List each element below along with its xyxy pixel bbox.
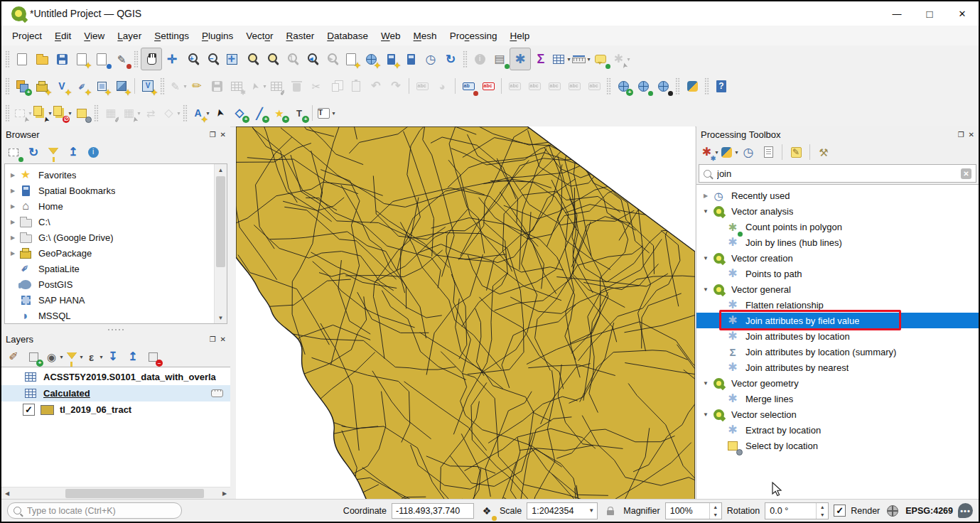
show-spatial-bookmarks-button[interactable] — [401, 48, 421, 70]
manage-map-themes-button[interactable]: ◉▾ — [44, 348, 63, 365]
browser-item-postgis[interactable]: PostGIS — [5, 276, 215, 292]
refresh-map-button[interactable]: ↻ — [441, 48, 461, 70]
add-postgis-layer-button[interactable]: ✦ — [92, 75, 112, 97]
style-manager-button[interactable]: ✎ — [112, 48, 131, 70]
options-button[interactable]: ⚒ — [814, 144, 833, 161]
processing-item-join-attributes-by-location-summary[interactable]: ΣJoin attributes by location (summary) — [696, 344, 979, 360]
map-select-tool-button[interactable]: ▦➤▾ — [121, 102, 141, 124]
menu-raster[interactable]: Raster — [280, 28, 321, 44]
zoom-out-button[interactable]: − — [202, 48, 222, 70]
toolbar-handle[interactable] — [160, 77, 165, 95]
data-source-manager-button[interactable]: + — [12, 75, 32, 97]
scrollbar-thumb[interactable] — [65, 489, 204, 498]
menu-database[interactable]: Database — [321, 28, 375, 44]
identify-features-button[interactable]: i — [470, 48, 490, 70]
osm-search-button[interactable] — [653, 75, 673, 97]
close-button[interactable]: ✕ — [946, 1, 979, 26]
expander-expanded-icon[interactable]: ▼ — [701, 380, 711, 387]
zoom-to-layer-button[interactable] — [262, 48, 281, 70]
scroll-down-icon[interactable]: ▼ — [215, 312, 227, 323]
processing-item-merge-lines[interactable]: ✱Merge lines — [696, 391, 979, 406]
vertex-tool-button[interactable]: ➤▾ — [247, 75, 266, 97]
zoom-full-button[interactable]: ✛ — [222, 48, 242, 70]
toolbar-handle[interactable] — [704, 77, 709, 95]
processing-item-vector-creation[interactable]: ▼Vector creation — [696, 250, 979, 266]
change-label-button[interactable]: abc — [584, 75, 604, 97]
browser-item-wms-wmts[interactable]: WMS/WMTS — [5, 323, 215, 324]
new-print-layout-button[interactable]: ✦ — [72, 48, 92, 70]
diagram-options-button[interactable]: ◕ — [432, 75, 452, 97]
menu-web[interactable]: Web — [375, 28, 407, 44]
processing-item-count-points-in-polygon[interactable]: ✱Count points in polygon — [696, 219, 979, 234]
create-marker-annotation-button[interactable]: ★+ — [269, 102, 289, 124]
toolbar-handle[interactable] — [675, 77, 680, 95]
processing-item-vector-general[interactable]: ▼Vector general — [696, 281, 979, 297]
results-viewer-button[interactable] — [759, 144, 777, 161]
menu-layer[interactable]: Layer — [111, 28, 148, 44]
layer-item-tl-2019-06-tract[interactable]: ✓tl_2019_06_tract — [1, 401, 230, 418]
layers-hscrollbar[interactable]: ◀ ▶ — [1, 487, 230, 500]
magnifier-spinbox[interactable]: 100% ▲▼ — [665, 502, 722, 519]
zoom-native-button[interactable]: 1 — [281, 48, 301, 70]
spin-up-icon[interactable]: ▲ — [817, 503, 828, 511]
modify-attributes-button[interactable]: ✎ — [266, 75, 286, 97]
processing-toolbox-toggle-button[interactable]: ✱ — [510, 48, 531, 70]
crs-globe-icon[interactable] — [885, 503, 900, 519]
processing-item-select-by-location[interactable]: Select by location — [696, 438, 979, 453]
add-selected-layers-button[interactable] — [4, 144, 23, 161]
expander-collapsed-icon[interactable]: ▶ — [8, 234, 18, 241]
toolbar-handle[interactable] — [5, 77, 10, 95]
python-console-button[interactable] — [682, 75, 702, 97]
text-annotation-tool-button[interactable]: T▾ — [316, 102, 335, 124]
layer-item-acsst5y2019-s0101-data-with-overla[interactable]: ACSST5Y2019.S0101_data_with_overla — [1, 369, 230, 385]
models-button[interactable]: ✱✱▾ — [699, 144, 718, 161]
show-statistics-button[interactable]: Σ — [531, 48, 551, 70]
select-features-button[interactable]: ➤▾ — [12, 102, 32, 124]
digitizing-options-button[interactable]: ✱ — [227, 75, 247, 97]
processing-search-input[interactable] — [716, 168, 957, 180]
toolbar-handle[interactable] — [183, 104, 188, 122]
browser-item-c[interactable]: ▶C:\ — [5, 214, 215, 230]
processing-item-flatten-relationship[interactable]: ✱Flatten relationship — [696, 297, 979, 313]
create-line-annotation-button[interactable]: ╱+ — [249, 102, 269, 124]
toolbar-handle[interactable] — [134, 50, 139, 68]
filter-by-expression-button[interactable]: ε▾ — [84, 348, 102, 365]
scale-combo[interactable]: 1:2042354 ▼ — [527, 502, 598, 519]
edit-map-tool-button[interactable]: ▦✎ — [101, 102, 121, 124]
toolbar-handle[interactable] — [463, 50, 468, 68]
spin-down-icon[interactable]: ▼ — [817, 511, 828, 519]
processing-item-vector-analysis[interactable]: ▼Vector analysis — [696, 203, 979, 219]
menu-edit[interactable]: Edit — [48, 28, 77, 44]
menu-vector[interactable]: Vector — [239, 28, 279, 44]
spin-down-icon[interactable]: ▼ — [710, 511, 721, 519]
toggle-editing-button[interactable]: ✏ — [187, 75, 207, 97]
current-edits-button[interactable]: ✎▾ — [167, 75, 187, 97]
move-feature-button[interactable]: ⇄ — [141, 102, 161, 124]
help-contents-button[interactable]: ? — [711, 75, 731, 97]
shape-digitizing-button[interactable]: ◇▾ — [161, 102, 181, 124]
zoom-last-button[interactable]: ◂ — [301, 48, 321, 70]
scrollbar-thumb[interactable] — [216, 176, 225, 267]
delete-selected-button[interactable] — [286, 75, 306, 97]
add-spatialite-layer-button[interactable]: ✒✦ — [72, 75, 92, 97]
expander-collapsed-icon[interactable]: ▶ — [701, 193, 711, 199]
processing-close-icon[interactable]: ✕ — [969, 131, 974, 139]
zoom-in-button[interactable]: + — [182, 48, 202, 70]
expand-all-button[interactable]: ↧ — [104, 348, 122, 365]
copy-features-button[interactable] — [326, 75, 346, 97]
new-project-button[interactable] — [12, 48, 32, 70]
browser-item-spatialite[interactable]: ✒SpatiaLite — [5, 261, 215, 276]
menu-mesh[interactable]: Mesh — [407, 28, 443, 44]
extents-toggle-icon[interactable]: ❖ — [479, 503, 495, 519]
browser-float-icon[interactable]: ❐ — [210, 131, 216, 139]
processing-item-join-attributes-by-location[interactable]: ✱Join attributes by location — [696, 328, 979, 344]
layer-item-calculated[interactable]: Calculated — [1, 385, 230, 401]
expander-collapsed-icon[interactable]: ▶ — [8, 172, 18, 178]
scroll-up-icon[interactable]: ▲ — [215, 164, 227, 176]
menu-help[interactable]: Help — [503, 28, 536, 44]
browser-scrollbar[interactable]: ▲ ▼ — [214, 164, 227, 323]
highlight-pinned-labels-button[interactable]: abc — [524, 75, 544, 97]
toolbar-handle[interactable] — [94, 104, 99, 122]
create-polygon-annotation-button[interactable]: ◇+ — [230, 102, 249, 124]
pan-map-button[interactable] — [141, 48, 162, 70]
